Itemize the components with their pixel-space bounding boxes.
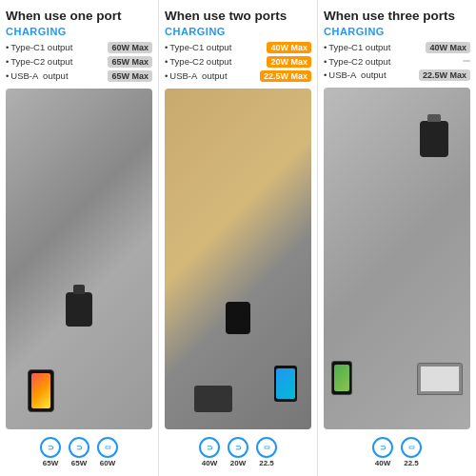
col1-spec1-label: •Type-C1 output: [6, 42, 108, 52]
col2-icon-c1: ⊃ 40W: [199, 437, 220, 467]
col1-icon-c2-watt: 65W: [71, 459, 87, 467]
col3-phone: [331, 361, 352, 395]
col2-usba-icon: ▭: [256, 437, 277, 458]
col3-icon-c1-watt: 40W: [375, 459, 390, 467]
col3-laptop-screen: [421, 367, 459, 391]
col3-icon-c1: ⊃ 40W: [372, 437, 393, 467]
col3-image: [324, 88, 470, 429]
col2-phone: [274, 366, 297, 402]
col2-phone-screen: [276, 368, 295, 399]
col3-icon-a-watt: 22.5: [404, 459, 419, 467]
col1-spec-1: •Type-C1 output 60W Max: [6, 42, 152, 53]
col1-image: [6, 89, 152, 429]
col2-icons-row: ⊃ 40W ⊃ 20W ▭ 22.5: [165, 434, 311, 470]
col2-spec2-label: •Type-C2 output: [165, 56, 267, 67]
col1-icon-a: ▭ 60W: [97, 437, 118, 467]
col3-charger: [420, 121, 448, 157]
col3-usba-icon: ▭: [401, 437, 422, 458]
col1-icon-c2: ⊃ 65W: [69, 437, 89, 467]
col3-icons-row: ⊃ 40W ▭ 22.5: [324, 434, 470, 470]
col1-spec-3: •USB-A output 65W Max: [6, 70, 152, 82]
col2-spec3-badge: 22.5W Max: [260, 70, 311, 82]
col2-spec-1: •Type-C1 output 40W Max: [165, 42, 311, 53]
col1-charger-plug: [73, 285, 85, 294]
col1-usbc1-icon: ⊃: [40, 437, 61, 458]
col3-spec3-badge: 22.5W Max: [419, 69, 470, 81]
col1-usbc2-icon: ⊃: [69, 437, 89, 458]
col1-icon-c1: ⊃ 65W: [40, 437, 61, 467]
col2-usbc1-icon: ⊃: [199, 437, 220, 458]
column-three-ports: When use three ports CHARGING •Type-C1 o…: [318, 0, 476, 476]
col3-charger-plug: [427, 114, 441, 122]
col1-icon-c1-watt: 65W: [43, 459, 58, 467]
col1-phone-screen: [31, 373, 50, 408]
col2-image: [165, 89, 311, 429]
col1-spec1-badge: 60W Max: [108, 42, 152, 53]
col2-laptop: [194, 386, 232, 412]
col3-spec-2: •Type-C2 output: [324, 56, 470, 67]
col2-spec-2: •Type-C2 output 20W Max: [165, 56, 311, 68]
column-one-port: When use one port CHARGING •Type-C1 outp…: [0, 0, 159, 476]
col1-charging: CHARGING: [6, 26, 152, 37]
col1-usba-icon: ▭: [97, 437, 118, 458]
col2-spec-3: •USB-A output 22.5W Max: [165, 70, 311, 82]
col1-charger: [66, 292, 92, 327]
col1-title: When use one port: [6, 8, 152, 25]
col1-spec3-badge: 65W Max: [108, 70, 152, 82]
col2-icon-a: ▭ 22.5: [256, 437, 277, 467]
col1-spec2-badge: 65W Max: [108, 56, 152, 68]
col3-spec1-label: •Type-C1 output: [324, 42, 426, 52]
col3-charging: CHARGING: [324, 26, 470, 37]
col3-spec-3: •USB-A output 22.5W Max: [324, 69, 470, 81]
col1-spec-2: •Type-C2 output 65W Max: [6, 56, 152, 68]
col3-usbc1-icon: ⊃: [372, 437, 393, 458]
col1-spec3-label: •USB-A output: [6, 70, 108, 81]
col1-phone: [28, 369, 54, 412]
col3-title: When use three ports: [324, 8, 470, 25]
col3-phone-screen: [334, 365, 349, 391]
col2-icon-c2-watt: 20W: [230, 459, 246, 467]
col3-spec-1: •Type-C1 output 40W Max: [324, 42, 470, 53]
col3-spec1-badge: 40W Max: [426, 42, 470, 53]
col2-icon-a-watt: 22.5: [259, 459, 274, 467]
main-container: When use one port CHARGING •Type-C1 outp…: [0, 0, 476, 476]
col3-icon-a: ▭ 22.5: [401, 437, 422, 467]
col2-icon-c1-watt: 40W: [202, 459, 217, 467]
col3-spec2-badge: [463, 60, 470, 62]
col2-spec1-badge: 40W Max: [267, 42, 311, 53]
col2-title: When use two ports: [165, 8, 311, 25]
col2-spec2-badge: 20W Max: [267, 56, 311, 68]
column-two-ports: When use two ports CHARGING •Type-C1 out…: [159, 0, 318, 476]
col2-charger: [226, 302, 250, 334]
col1-icons-row: ⊃ 65W ⊃ 65W ▭ 60W: [6, 434, 152, 470]
col2-icon-c2: ⊃ 20W: [228, 437, 248, 467]
col2-spec1-label: •Type-C1 output: [165, 42, 267, 52]
col3-laptop: [417, 363, 463, 395]
col3-spec3-label: •USB-A output: [324, 69, 419, 80]
col3-spec2-label: •Type-C2 output: [324, 56, 463, 67]
col1-icon-a-watt: 60W: [100, 459, 115, 467]
col2-spec3-label: •USB-A output: [165, 70, 260, 81]
col2-charging: CHARGING: [165, 26, 311, 37]
col1-spec2-label: •Type-C2 output: [6, 56, 108, 67]
col2-usbc2-icon: ⊃: [228, 437, 248, 458]
